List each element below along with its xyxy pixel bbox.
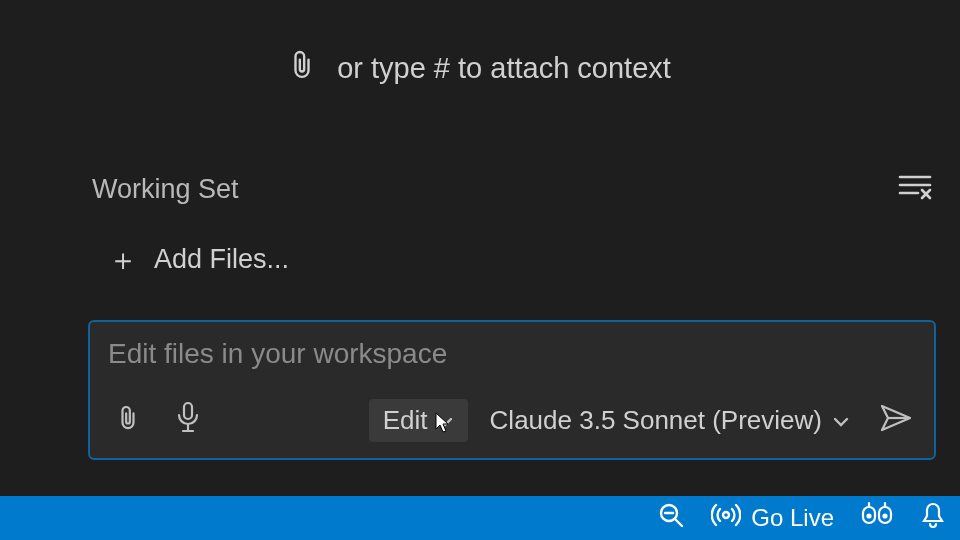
mode-label: Edit bbox=[383, 405, 428, 436]
zoom-out-icon bbox=[657, 501, 685, 535]
svg-line-11 bbox=[675, 519, 682, 526]
status-bar: Go Live bbox=[0, 496, 960, 540]
svg-point-15 bbox=[868, 515, 871, 518]
paperclip-icon bbox=[117, 403, 139, 437]
working-set-panel: Working Set ＋ Add Files... bbox=[88, 172, 936, 275]
copilot-status-button[interactable] bbox=[860, 501, 894, 535]
go-live-button[interactable]: Go Live bbox=[711, 500, 834, 536]
broadcast-icon bbox=[711, 500, 741, 536]
zoom-out-button[interactable] bbox=[657, 501, 685, 535]
cursor-pointer-icon bbox=[432, 411, 452, 442]
bell-icon bbox=[920, 501, 946, 535]
send-icon bbox=[879, 403, 913, 437]
mode-picker[interactable]: Edit bbox=[369, 399, 468, 442]
notifications-button[interactable] bbox=[920, 501, 946, 535]
svg-point-16 bbox=[884, 515, 887, 518]
chat-input-box[interactable]: Edit files in your workspace Edit bbox=[88, 320, 936, 460]
microphone-icon bbox=[175, 401, 201, 439]
chevron-down-icon bbox=[832, 405, 850, 436]
svg-rect-5 bbox=[184, 403, 192, 419]
clear-all-icon bbox=[898, 172, 932, 206]
copilot-icon bbox=[860, 501, 894, 535]
chat-toolbar: Edit Claude 3.5 Sonnet (Preview) bbox=[90, 396, 934, 458]
attach-context-text: or type # to attach context bbox=[337, 52, 671, 85]
go-live-label: Go Live bbox=[751, 504, 834, 532]
send-button[interactable] bbox=[872, 396, 920, 444]
attach-context-hint[interactable]: or type # to attach context bbox=[0, 48, 960, 89]
model-picker[interactable]: Claude 3.5 Sonnet (Preview) bbox=[480, 399, 860, 442]
attach-button[interactable] bbox=[104, 396, 152, 444]
paperclip-icon bbox=[289, 48, 315, 89]
svg-point-12 bbox=[723, 512, 729, 518]
voice-button[interactable] bbox=[164, 396, 212, 444]
plus-icon: ＋ bbox=[108, 245, 138, 275]
chat-placeholder[interactable]: Edit files in your workspace bbox=[90, 322, 934, 396]
add-files-label: Add Files... bbox=[154, 244, 289, 275]
clear-all-button[interactable] bbox=[898, 172, 932, 206]
add-files-button[interactable]: ＋ Add Files... bbox=[88, 244, 936, 275]
model-label: Claude 3.5 Sonnet (Preview) bbox=[490, 405, 822, 436]
working-set-title: Working Set bbox=[92, 174, 239, 205]
